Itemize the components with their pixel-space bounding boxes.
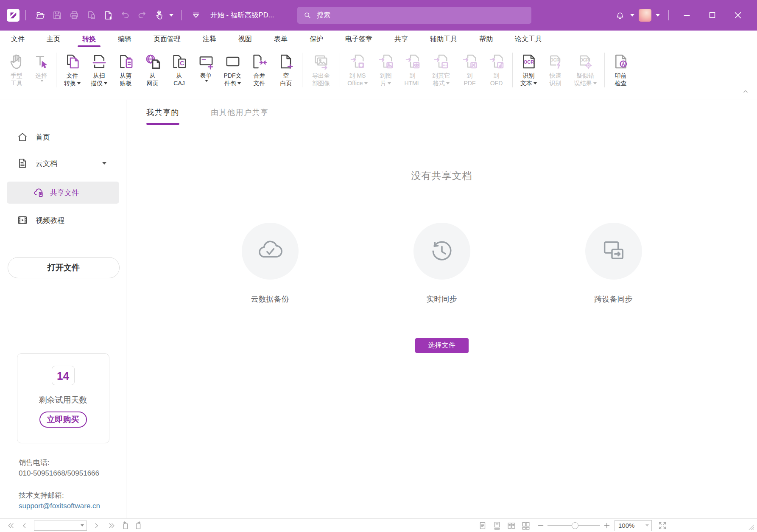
ribbon-separator	[340, 53, 340, 87]
tab-protect[interactable]: 保护	[299, 31, 334, 48]
tab-help[interactable]: 帮助	[468, 31, 504, 48]
titlebar-separator	[668, 10, 669, 20]
chevron-down-icon[interactable]	[102, 162, 106, 165]
sales-phone-label: 销售电话:	[19, 457, 126, 468]
export-page-icon	[86, 10, 96, 20]
account-dropdown-icon[interactable]	[656, 14, 660, 17]
sidebar-item-video-tutorials[interactable]: 视频教程	[0, 207, 126, 233]
search-box[interactable]	[297, 7, 531, 24]
previous-view-icon[interactable]	[121, 521, 130, 530]
tab-page-organize[interactable]: 页面管理	[142, 31, 192, 48]
zoom-level-combobox[interactable]: 100%	[615, 520, 652, 531]
tab-edit[interactable]: 编辑	[107, 31, 142, 48]
notifications-bell-icon[interactable]	[615, 10, 625, 20]
ribbon-button-label: 到图片	[380, 72, 392, 87]
chevron-down-icon[interactable]	[81, 524, 84, 526]
tab-convert[interactable]: 转换	[71, 31, 107, 48]
support-email-link[interactable]: support@foxitsoftware.cn	[19, 501, 126, 511]
dropdown-arrow-icon	[237, 82, 241, 84]
dropdown-arrow-icon	[205, 80, 208, 82]
select-tool-icon	[33, 52, 50, 71]
buy-now-button[interactable]: 立即购买	[39, 412, 87, 428]
titlebar: 开始 - 福昕高级PD...	[0, 0, 757, 31]
user-avatar[interactable]	[639, 9, 651, 22]
minimize-button[interactable]	[682, 11, 692, 20]
from-caj-icon: C	[171, 52, 188, 71]
tab-paper-tools[interactable]: 论文工具	[504, 31, 553, 48]
form-button[interactable]: 表单	[193, 52, 219, 82]
last-page-icon[interactable]	[107, 521, 116, 530]
zoom-slider[interactable]	[547, 522, 600, 529]
zoom-in-button[interactable]	[603, 522, 610, 529]
hide-ribbon-icon[interactable]	[191, 10, 201, 20]
to-ms-office-icon	[349, 52, 366, 71]
tab-comment[interactable]: 注释	[192, 31, 227, 48]
new-document-icon[interactable]	[103, 10, 113, 20]
ribbon-button-label: 印前检查	[615, 72, 627, 87]
tab-shared-by-me[interactable]: 我共享的	[146, 100, 179, 125]
hand-tool-button: 手型工具	[4, 52, 29, 87]
close-button[interactable]	[733, 11, 743, 20]
tab-shared-by-others[interactable]: 由其他用户共享	[211, 100, 269, 125]
tab-form[interactable]: 表单	[263, 31, 299, 48]
zoom-slider-thumb[interactable]	[572, 522, 578, 529]
first-page-icon[interactable]	[7, 521, 15, 530]
menu-bar: 文件 主页 转换 编辑 页面管理 注释 视图 表单 保护 电子签章 共享 辅助工…	[0, 31, 757, 48]
feature-label: 云数据备份	[251, 294, 289, 304]
sidebar-item-shared-files[interactable]: 共享文件	[7, 182, 119, 204]
cross-device-sync-icon	[585, 223, 642, 280]
preflight-button[interactable]: A 印前检查	[607, 52, 634, 87]
sidebar-item-label: 共享文件	[50, 188, 79, 198]
continuous-view-icon[interactable]	[492, 521, 502, 530]
maximize-button[interactable]	[708, 11, 717, 20]
next-page-icon[interactable]	[92, 521, 101, 530]
tab-share[interactable]: 共享	[383, 31, 419, 48]
ocr-text-button[interactable]: OCR 识别文本	[515, 52, 542, 87]
resize-grip[interactable]	[748, 524, 754, 532]
from-web-icon	[144, 52, 161, 71]
tab-view[interactable]: 视图	[227, 31, 263, 48]
collapse-ribbon-icon[interactable]	[743, 89, 749, 96]
next-view-icon[interactable]	[134, 521, 143, 530]
single-page-view-icon[interactable]	[478, 521, 487, 530]
tab-file[interactable]: 文件	[0, 31, 36, 48]
export-images-icon	[313, 52, 330, 71]
tab-accessibility[interactable]: 辅助工具	[419, 31, 468, 48]
undo-icon	[120, 10, 130, 20]
notifications-dropdown-icon[interactable]	[630, 14, 634, 17]
facing-continuous-view-icon[interactable]	[521, 521, 531, 530]
ribbon-button-label: 表单	[200, 72, 212, 82]
page-number-input[interactable]	[34, 522, 75, 529]
blank-page-button[interactable]: 空白页	[273, 52, 299, 87]
chevron-down-icon[interactable]	[645, 524, 649, 526]
sidebar-item-home[interactable]: 首页	[0, 124, 126, 150]
from-caj-button[interactable]: C 从CAJ	[166, 52, 193, 87]
sidebar: 首页 云文档 共享文件 视频教程 打开文件 14 剩余	[0, 100, 126, 518]
video-tutorial-icon	[17, 215, 28, 226]
touch-mode-icon[interactable]	[154, 10, 164, 20]
ribbon-button-label: 识别文本	[520, 72, 537, 87]
touch-mode-dropdown-icon[interactable]	[169, 14, 173, 17]
pdf-portfolio-button[interactable]: PDF文件包	[219, 52, 246, 87]
from-scanner-button[interactable]: 从扫描仪	[86, 52, 112, 87]
select-file-button[interactable]: 选择文件	[415, 338, 469, 353]
merge-files-button[interactable]: 合并文件	[246, 52, 273, 87]
ribbon-button-label: 从网页	[147, 72, 159, 87]
open-file-button[interactable]: 打开文件	[8, 257, 120, 278]
search-input[interactable]	[317, 11, 512, 19]
previous-page-icon[interactable]	[20, 521, 29, 530]
ribbon-button-label: 从扫描仪	[91, 72, 107, 87]
open-file-icon[interactable]	[35, 10, 45, 20]
tab-esign[interactable]: 电子签章	[334, 31, 383, 48]
ribbon-button-label: 文件转换	[64, 72, 81, 87]
sidebar-item-cloud-docs[interactable]: 云文档	[0, 150, 126, 176]
from-web-button[interactable]: 从网页	[139, 52, 166, 87]
zoom-out-button[interactable]	[537, 522, 544, 529]
fullscreen-icon[interactable]	[658, 521, 667, 530]
from-clipboard-button[interactable]: 从剪贴板	[112, 52, 139, 87]
tab-home[interactable]: 主页	[36, 31, 71, 48]
ribbon-button-label: 导出全部图像	[312, 72, 330, 87]
file-convert-button[interactable]: 文件转换	[59, 52, 86, 87]
page-number-combobox[interactable]	[34, 521, 87, 531]
facing-view-icon[interactable]	[507, 521, 516, 530]
